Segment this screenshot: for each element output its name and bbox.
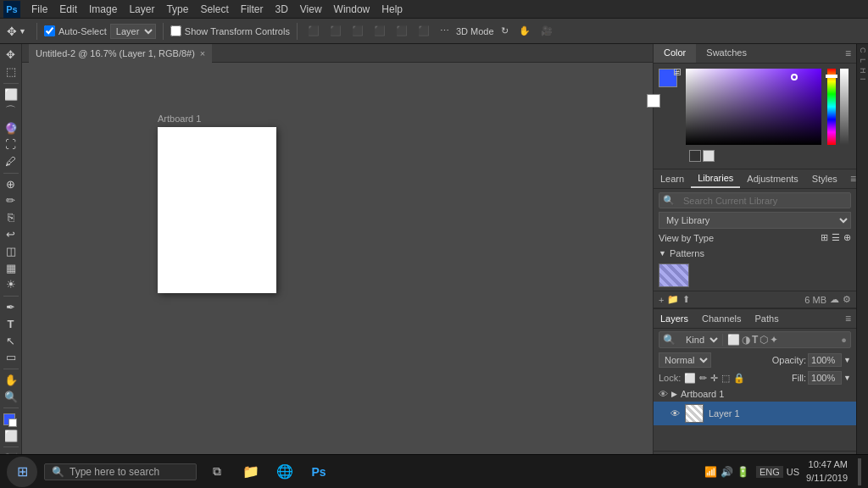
tool-zoom[interactable]: 🔍 bbox=[2, 389, 20, 404]
lock-paint-icon[interactable]: ✏ bbox=[699, 373, 707, 384]
menu-image[interactable]: Image bbox=[83, 0, 123, 19]
start-button[interactable]: ⊞ bbox=[7, 457, 37, 487]
lock-artboards-icon[interactable]: ⬚ bbox=[721, 373, 730, 384]
menu-3d[interactable]: 3D bbox=[269, 0, 293, 19]
patterns-section-header[interactable]: ▼ Patterns bbox=[654, 247, 856, 260]
toolbar-transform[interactable]: Show Transform Controls bbox=[170, 25, 290, 36]
tool-artboard[interactable]: ⬚ bbox=[2, 64, 20, 80]
pixel-filter-icon[interactable]: ⬜ bbox=[727, 334, 740, 346]
color-tab-swatches[interactable]: Swatches bbox=[696, 44, 757, 63]
tool-brush[interactable]: ✏ bbox=[2, 193, 20, 208]
panel-toggle-hist[interactable]: H bbox=[859, 68, 867, 74]
color-gradient-picker[interactable] bbox=[686, 69, 821, 145]
transform-checkbox[interactable] bbox=[170, 25, 181, 36]
toolbar-3d-pan[interactable]: ✋ bbox=[515, 24, 534, 38]
artboard1-header[interactable]: 👁 ▶ Artboard 1 bbox=[654, 386, 856, 402]
color-hue-thumb[interactable] bbox=[826, 75, 837, 78]
tool-quick-select[interactable]: 🔮 bbox=[2, 120, 20, 136]
toolbar-align-center[interactable]: ⬛ bbox=[326, 24, 345, 38]
toolbar-more-btn[interactable]: ⋯ bbox=[437, 24, 453, 38]
panel-toggle-lib[interactable]: L bbox=[859, 58, 867, 63]
menu-select[interactable]: Select bbox=[194, 0, 234, 19]
lib-folder-icon[interactable]: 📁 bbox=[667, 294, 679, 305]
pattern-item-1[interactable] bbox=[659, 263, 689, 287]
black-swatch[interactable] bbox=[689, 150, 701, 162]
canvas-tab[interactable]: Untitled-2 @ 16.7% (Layer 1, RGB/8#) × bbox=[29, 44, 212, 63]
view-grid-icon[interactable]: ⊞ bbox=[821, 232, 828, 243]
menu-type[interactable]: Type bbox=[160, 0, 194, 19]
lang-indicator[interactable]: ENG bbox=[756, 466, 783, 478]
library-select[interactable]: My Library bbox=[659, 212, 851, 229]
library-add-icon[interactable]: ⊕ bbox=[843, 232, 851, 243]
layer-item-layer1[interactable]: 👁 Layer 1 bbox=[654, 402, 856, 425]
adjustment-filter-icon[interactable]: ◑ bbox=[742, 334, 750, 346]
canvas-content[interactable]: Artboard 1 16.67% ◀ Doc: 7.84M/0 bytes ▶ bbox=[22, 63, 653, 469]
tool-lasso[interactable]: ⌒ bbox=[2, 103, 20, 119]
shape-filter-icon[interactable]: ⬡ bbox=[760, 334, 768, 346]
view-list-icon[interactable]: ☰ bbox=[832, 232, 840, 243]
menu-filter[interactable]: Filter bbox=[235, 0, 270, 19]
tool-type[interactable]: T bbox=[2, 316, 20, 331]
layers-filter-toggle[interactable]: ● bbox=[837, 333, 850, 347]
opacity-input[interactable] bbox=[808, 353, 842, 367]
tray-volume-icon[interactable]: 🔊 bbox=[721, 466, 733, 478]
swap-colors-icon[interactable]: ⇌ bbox=[674, 69, 681, 75]
lock-all-icon[interactable]: 🔒 bbox=[733, 373, 745, 384]
layers-panel-menu[interactable]: ≡ bbox=[840, 309, 856, 328]
taskbar-photoshop[interactable]: Ps bbox=[305, 458, 332, 485]
smart-filter-icon[interactable]: ✦ bbox=[770, 334, 778, 346]
lib-tab-adjustments[interactable]: Adjustments bbox=[740, 170, 805, 187]
tool-quick-mask[interactable]: ⬜ bbox=[2, 429, 20, 444]
tool-hand[interactable]: ✋ bbox=[2, 373, 20, 388]
type-filter-icon[interactable]: T bbox=[752, 334, 758, 346]
tool-history-brush[interactable]: ↩ bbox=[2, 227, 20, 242]
show-desktop-button[interactable] bbox=[858, 458, 861, 485]
fill-dropdown-icon[interactable]: ▼ bbox=[843, 374, 851, 382]
toolbar-move-btn[interactable]: ✥ ▼ bbox=[3, 23, 30, 40]
tool-crop[interactable]: ⛶ bbox=[2, 137, 20, 152]
libraries-panel-menu[interactable]: ≡ bbox=[850, 173, 856, 185]
panel-toggle-info[interactable]: I bbox=[859, 78, 867, 80]
tool-gradient[interactable]: ▦ bbox=[2, 260, 20, 275]
lib-tab-libraries[interactable]: Libraries bbox=[691, 169, 740, 188]
taskbar-chrome[interactable]: 🌐 bbox=[271, 458, 298, 485]
tool-marquee[interactable]: ⬜ bbox=[2, 86, 20, 102]
menu-layer[interactable]: Layer bbox=[123, 0, 160, 19]
menu-edit[interactable]: Edit bbox=[53, 0, 83, 19]
task-view-button[interactable]: ⧉ bbox=[203, 458, 231, 485]
taskbar-clock[interactable]: 10:47 AM 9/11/2019 bbox=[806, 458, 848, 485]
tool-path-select[interactable]: ↖ bbox=[2, 333, 20, 348]
lock-position-icon[interactable]: ✛ bbox=[710, 373, 718, 384]
library-search-input[interactable] bbox=[678, 194, 850, 208]
tray-network-icon[interactable]: 📶 bbox=[704, 466, 717, 478]
layers-kind-select[interactable]: Kind bbox=[681, 333, 721, 347]
library-search-bar[interactable]: 🔍 bbox=[659, 192, 851, 208]
tool-dodge[interactable]: ☀ bbox=[2, 277, 20, 292]
toolbar-align-top[interactable]: ⬛ bbox=[370, 24, 389, 38]
color-alpha-slider[interactable] bbox=[840, 69, 849, 145]
tool-spot-heal[interactable]: ⊕ bbox=[2, 176, 20, 191]
tool-shape[interactable]: ▭ bbox=[2, 350, 20, 365]
tray-battery-icon[interactable]: 🔋 bbox=[737, 466, 749, 478]
tool-fg-color[interactable] bbox=[2, 412, 20, 427]
canvas-tab-close[interactable]: × bbox=[200, 44, 205, 63]
tool-clone-stamp[interactable]: ⎘ bbox=[2, 210, 20, 225]
library-dropdown[interactable]: My Library bbox=[659, 212, 851, 229]
lib-tab-styles[interactable]: Styles bbox=[805, 170, 844, 187]
menu-file[interactable]: File bbox=[25, 0, 53, 19]
toolbar-align-left[interactable]: ⬛ bbox=[304, 24, 323, 38]
lib-add-icon[interactable]: + bbox=[659, 295, 664, 305]
toolbar-3d-rotate[interactable]: ↻ bbox=[498, 24, 512, 38]
taskbar-file-explorer[interactable]: 📁 bbox=[237, 458, 264, 485]
autoselect-checkbox[interactable] bbox=[44, 25, 55, 36]
artboard1-arrow-icon[interactable]: ▶ bbox=[671, 390, 677, 398]
layers-tab-layers[interactable]: Layers bbox=[654, 310, 695, 327]
lock-pixels-icon[interactable]: ⬜ bbox=[684, 373, 696, 384]
artboard1-visibility-icon[interactable]: 👁 bbox=[659, 389, 668, 399]
panel-toggle-color[interactable]: C bbox=[859, 47, 867, 53]
color-panel-menu[interactable]: ≡ bbox=[840, 44, 856, 63]
layers-tab-paths[interactable]: Paths bbox=[748, 310, 786, 327]
background-color-swatch[interactable] bbox=[647, 94, 660, 108]
lib-upload-icon[interactable]: ⬆ bbox=[682, 294, 690, 305]
white-swatch[interactable] bbox=[703, 150, 715, 162]
